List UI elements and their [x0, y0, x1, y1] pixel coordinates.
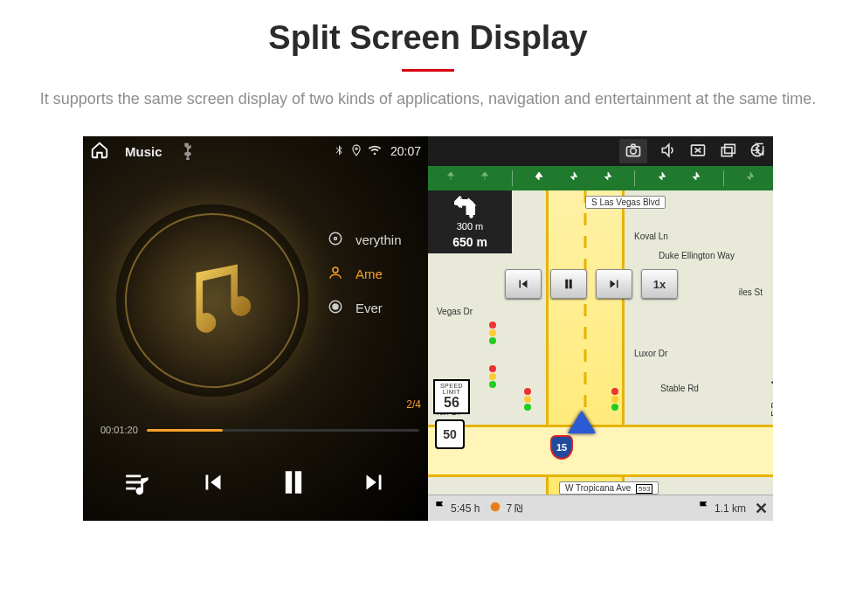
- track-next-label: Ever: [356, 301, 383, 315]
- svg-point-1: [329, 232, 342, 245]
- close-button[interactable]: ✕: [755, 499, 768, 518]
- track-current[interactable]: Ame: [328, 265, 402, 283]
- split-screen-device: Music 20:07 ver: [83, 136, 773, 521]
- svg-point-11: [491, 502, 500, 512]
- next-button[interactable]: [359, 467, 389, 501]
- track-prev-label: verythin: [356, 232, 402, 247]
- lane-arrow-icon: [477, 170, 493, 187]
- turn-next-distance: 300 m: [457, 221, 484, 232]
- street-label: E Reno Ave: [770, 365, 773, 422]
- track-next[interactable]: Ever: [328, 299, 402, 317]
- lane-arrow-icon: [654, 170, 670, 187]
- track-counter: 2/4: [406, 398, 421, 411]
- track-prev[interactable]: verythin: [328, 231, 402, 249]
- lane-arrow-icon: [742, 170, 758, 187]
- sim-pause-button[interactable]: [550, 269, 587, 299]
- flag-icon: [697, 500, 711, 516]
- flag-icon: [433, 500, 447, 516]
- traffic-light-icon: [611, 388, 620, 411]
- svg-rect-10: [725, 144, 735, 153]
- music-status-bar: Music 20:07: [83, 136, 428, 166]
- dist-a-segment[interactable]: 7 ₪: [488, 500, 522, 516]
- marker-icon: [488, 500, 502, 516]
- svg-rect-9: [721, 148, 732, 156]
- page-description: It supports the same screen display of t…: [35, 87, 821, 110]
- street-label: iles St: [734, 287, 768, 298]
- svg-point-3: [333, 267, 338, 273]
- progress-row: 00:01:20: [100, 425, 419, 435]
- dist-b-value: 1.1 km: [714, 502, 746, 515]
- progress-bar[interactable]: [147, 429, 419, 432]
- close-app-icon[interactable]: [689, 142, 707, 161]
- target-icon: [328, 299, 343, 317]
- pause-button[interactable]: [274, 463, 313, 505]
- eta-segment[interactable]: 5:45 h: [433, 500, 480, 516]
- wifi-icon: [368, 143, 382, 160]
- nav-bottom-bar: 5:45 h 7 ₪ 1.1 km ✕: [428, 495, 773, 521]
- music-app: Music 20:07 ver: [83, 136, 428, 521]
- sim-prev-button[interactable]: [505, 269, 542, 299]
- turn-distance: 650 m: [452, 235, 487, 249]
- interstate-shield: 15: [550, 435, 573, 460]
- music-note-icon: [171, 258, 254, 344]
- screenshot-icon[interactable]: [619, 139, 647, 163]
- lane-arrow-icon: [443, 170, 459, 187]
- street-label: Luxor Dr: [629, 348, 673, 359]
- svg-point-5: [333, 304, 338, 309]
- street-label: Stable Rd: [655, 383, 704, 394]
- prev-button[interactable]: [198, 467, 228, 501]
- turn-instruction: 300 m 650 m: [428, 190, 512, 253]
- lane-arrow-icon: [566, 170, 582, 187]
- speed-limit-sign: SPEED LIMIT 56: [433, 379, 470, 414]
- street-label: Duke Ellington Way: [653, 250, 740, 261]
- lane-arrow-icon: [531, 170, 547, 187]
- elapsed-time: 00:01:20: [100, 425, 138, 435]
- back-icon[interactable]: [749, 142, 766, 161]
- street-label: W Tropicana Ave 593: [559, 481, 659, 495]
- location-icon: [350, 144, 362, 159]
- title-underline: [402, 69, 454, 72]
- traffic-light-icon: [489, 365, 498, 388]
- sim-speed-button[interactable]: 1x: [641, 269, 678, 299]
- person-icon: [328, 265, 343, 283]
- home-icon[interactable]: [90, 141, 109, 163]
- recent-apps-icon[interactable]: [719, 142, 736, 161]
- street-label: Koval Ln: [629, 231, 673, 242]
- playlist-button[interactable]: [122, 467, 152, 501]
- traffic-light-icon: [489, 322, 498, 344]
- sim-next-button[interactable]: [596, 269, 632, 299]
- track-list: verythin Ame Ever: [328, 215, 402, 333]
- eta-value: 5:45 h: [451, 502, 480, 515]
- volume-icon[interactable]: [659, 142, 677, 161]
- street-label: S Las Vegas Blvd: [585, 196, 666, 209]
- navigation-app: S Las Vegas Blvd Koval Ln Duke Ellington…: [428, 136, 773, 521]
- lane-guidance: [428, 166, 773, 190]
- lane-arrow-icon: [600, 170, 616, 187]
- bluetooth-icon: [333, 144, 345, 159]
- traffic-light-icon: [524, 388, 533, 411]
- svg-point-2: [335, 238, 337, 240]
- svg-point-0: [356, 148, 357, 149]
- dist-b-segment[interactable]: 1.1 km: [697, 500, 746, 516]
- status-clock: 20:07: [390, 144, 421, 158]
- dist-a-value: 7 ₪: [506, 502, 522, 515]
- music-controls: [83, 463, 428, 505]
- disc-icon: [328, 231, 343, 249]
- album-art[interactable]: [116, 204, 308, 397]
- page-title: Split Screen Display: [0, 19, 856, 57]
- route-shield: 50: [435, 419, 465, 449]
- music-app-label: Music: [125, 144, 162, 159]
- svg-point-7: [631, 149, 637, 155]
- vehicle-marker: [568, 411, 596, 433]
- system-tray: [428, 136, 773, 166]
- track-current-label: Ame: [356, 266, 383, 281]
- road-tropicana: [428, 425, 773, 477]
- street-label: Vegas Dr: [431, 306, 478, 317]
- usb-icon[interactable]: [178, 141, 197, 163]
- lane-arrow-icon: [688, 170, 704, 187]
